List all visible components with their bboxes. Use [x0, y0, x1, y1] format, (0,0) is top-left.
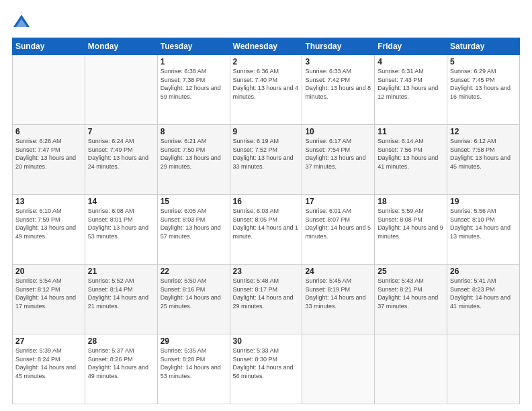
calendar-day-cell: 3Sunrise: 6:33 AM Sunset: 7:42 PM Daylig…	[302, 55, 375, 125]
calendar-week-row: 13Sunrise: 6:10 AM Sunset: 7:59 PM Dayli…	[13, 195, 520, 265]
weekday-header: Monday	[85, 38, 157, 55]
day-number: 27	[15, 336, 82, 346]
day-number: 26	[450, 267, 517, 276]
day-info: Sunrise: 5:43 AM Sunset: 8:21 PM Dayligh…	[378, 277, 444, 310]
day-info: Sunrise: 5:59 AM Sunset: 8:08 PM Dayligh…	[378, 207, 444, 240]
day-info: Sunrise: 6:12 AM Sunset: 7:58 PM Dayligh…	[450, 137, 517, 171]
calendar-day-cell: 1Sunrise: 6:38 AM Sunset: 7:38 PM Daylig…	[157, 55, 230, 125]
calendar-day-cell	[85, 55, 157, 125]
day-number: 16	[233, 197, 300, 206]
calendar-day-cell: 5Sunrise: 6:29 AM Sunset: 7:45 PM Daylig…	[447, 55, 520, 125]
calendar-day-cell	[302, 334, 375, 404]
day-info: Sunrise: 6:26 AM Sunset: 7:47 PM Dayligh…	[15, 137, 82, 171]
day-info: Sunrise: 5:56 AM Sunset: 8:10 PM Dayligh…	[450, 207, 517, 240]
day-number: 29	[161, 336, 227, 346]
calendar-day-cell: 12Sunrise: 6:12 AM Sunset: 7:58 PM Dayli…	[447, 125, 520, 195]
weekday-header: Friday	[375, 38, 447, 55]
day-info: Sunrise: 6:24 AM Sunset: 7:49 PM Dayligh…	[88, 137, 154, 171]
day-number: 28	[88, 336, 154, 346]
day-number: 20	[15, 267, 82, 276]
header	[12, 12, 520, 31]
calendar-day-cell: 30Sunrise: 5:33 AM Sunset: 8:30 PM Dayli…	[230, 334, 302, 404]
calendar-week-row: 20Sunrise: 5:54 AM Sunset: 8:12 PM Dayli…	[13, 265, 520, 334]
calendar-day-cell: 10Sunrise: 6:17 AM Sunset: 7:54 PM Dayli…	[302, 125, 375, 195]
day-number: 2	[233, 57, 300, 66]
day-number: 23	[233, 267, 300, 276]
page: SundayMondayTuesdayWednesdayThursdayFrid…	[0, 0, 532, 411]
calendar-day-cell: 27Sunrise: 5:39 AM Sunset: 8:24 PM Dayli…	[13, 334, 85, 404]
calendar-day-cell: 2Sunrise: 6:36 AM Sunset: 7:40 PM Daylig…	[230, 55, 302, 125]
calendar-day-cell: 4Sunrise: 6:31 AM Sunset: 7:43 PM Daylig…	[375, 55, 447, 125]
calendar-day-cell: 21Sunrise: 5:52 AM Sunset: 8:14 PM Dayli…	[85, 265, 157, 334]
day-number: 9	[233, 127, 300, 136]
day-info: Sunrise: 5:50 AM Sunset: 8:16 PM Dayligh…	[161, 277, 227, 310]
day-number: 18	[378, 197, 444, 206]
weekday-header: Wednesday	[230, 38, 302, 55]
day-info: Sunrise: 6:05 AM Sunset: 8:03 PM Dayligh…	[161, 207, 227, 240]
day-number: 25	[378, 267, 444, 276]
calendar-day-cell: 29Sunrise: 5:35 AM Sunset: 8:28 PM Dayli…	[157, 334, 230, 404]
day-info: Sunrise: 6:33 AM Sunset: 7:42 PM Dayligh…	[305, 67, 371, 101]
logo-icon	[12, 12, 31, 31]
day-info: Sunrise: 6:21 AM Sunset: 7:50 PM Dayligh…	[161, 137, 227, 171]
day-number: 8	[161, 127, 227, 136]
day-number: 14	[88, 197, 154, 206]
weekday-header: Sunday	[13, 38, 85, 55]
weekday-header: Saturday	[447, 38, 520, 55]
day-number: 10	[305, 127, 371, 136]
calendar-day-cell: 13Sunrise: 6:10 AM Sunset: 7:59 PM Dayli…	[13, 195, 85, 265]
calendar-day-cell: 16Sunrise: 6:03 AM Sunset: 8:05 PM Dayli…	[230, 195, 302, 265]
day-info: Sunrise: 6:01 AM Sunset: 8:07 PM Dayligh…	[305, 207, 371, 240]
day-info: Sunrise: 6:29 AM Sunset: 7:45 PM Dayligh…	[450, 67, 517, 101]
calendar-day-cell: 8Sunrise: 6:21 AM Sunset: 7:50 PM Daylig…	[157, 125, 230, 195]
calendar-day-cell: 22Sunrise: 5:50 AM Sunset: 8:16 PM Dayli…	[157, 265, 230, 334]
calendar-day-cell: 14Sunrise: 6:08 AM Sunset: 8:01 PM Dayli…	[85, 195, 157, 265]
calendar-day-cell: 17Sunrise: 6:01 AM Sunset: 8:07 PM Dayli…	[302, 195, 375, 265]
calendar-day-cell: 28Sunrise: 5:37 AM Sunset: 8:26 PM Dayli…	[85, 334, 157, 404]
calendar-day-cell: 26Sunrise: 5:41 AM Sunset: 8:23 PM Dayli…	[447, 265, 520, 334]
day-number: 30	[233, 336, 300, 346]
calendar-day-cell: 11Sunrise: 6:14 AM Sunset: 7:56 PM Dayli…	[375, 125, 447, 195]
calendar-day-cell	[375, 334, 447, 404]
day-info: Sunrise: 5:39 AM Sunset: 8:24 PM Dayligh…	[15, 347, 82, 380]
day-number: 13	[15, 197, 82, 206]
day-number: 17	[305, 197, 371, 206]
day-number: 4	[378, 57, 444, 66]
calendar-day-cell: 23Sunrise: 5:48 AM Sunset: 8:17 PM Dayli…	[230, 265, 302, 334]
calendar-header-row: SundayMondayTuesdayWednesdayThursdayFrid…	[13, 38, 520, 55]
day-number: 12	[450, 127, 517, 136]
day-info: Sunrise: 6:14 AM Sunset: 7:56 PM Dayligh…	[378, 137, 444, 171]
day-info: Sunrise: 6:38 AM Sunset: 7:38 PM Dayligh…	[161, 67, 227, 101]
calendar-day-cell	[13, 55, 85, 125]
calendar-day-cell: 18Sunrise: 5:59 AM Sunset: 8:08 PM Dayli…	[375, 195, 447, 265]
day-number: 15	[161, 197, 227, 206]
day-info: Sunrise: 6:31 AM Sunset: 7:43 PM Dayligh…	[378, 67, 444, 101]
calendar-table: SundayMondayTuesdayWednesdayThursdayFrid…	[12, 38, 520, 404]
day-info: Sunrise: 5:54 AM Sunset: 8:12 PM Dayligh…	[15, 277, 82, 310]
day-info: Sunrise: 6:10 AM Sunset: 7:59 PM Dayligh…	[15, 207, 82, 240]
day-info: Sunrise: 5:48 AM Sunset: 8:17 PM Dayligh…	[233, 277, 300, 310]
calendar-day-cell: 6Sunrise: 6:26 AM Sunset: 7:47 PM Daylig…	[13, 125, 85, 195]
weekday-header: Tuesday	[157, 38, 230, 55]
day-number: 21	[88, 267, 154, 276]
day-number: 22	[161, 267, 227, 276]
day-number: 19	[450, 197, 517, 206]
day-info: Sunrise: 5:52 AM Sunset: 8:14 PM Dayligh…	[88, 277, 154, 310]
logo	[12, 12, 34, 31]
calendar-day-cell: 25Sunrise: 5:43 AM Sunset: 8:21 PM Dayli…	[375, 265, 447, 334]
day-info: Sunrise: 6:03 AM Sunset: 8:05 PM Dayligh…	[233, 207, 300, 240]
calendar-week-row: 6Sunrise: 6:26 AM Sunset: 7:47 PM Daylig…	[13, 125, 520, 195]
day-info: Sunrise: 6:17 AM Sunset: 7:54 PM Dayligh…	[305, 137, 371, 171]
calendar-week-row: 27Sunrise: 5:39 AM Sunset: 8:24 PM Dayli…	[13, 334, 520, 404]
day-info: Sunrise: 6:08 AM Sunset: 8:01 PM Dayligh…	[88, 207, 154, 240]
day-number: 3	[305, 57, 371, 66]
day-number: 24	[305, 267, 371, 276]
day-info: Sunrise: 5:35 AM Sunset: 8:28 PM Dayligh…	[161, 347, 227, 380]
day-info: Sunrise: 6:19 AM Sunset: 7:52 PM Dayligh…	[233, 137, 300, 171]
day-info: Sunrise: 5:37 AM Sunset: 8:26 PM Dayligh…	[88, 347, 154, 380]
calendar-day-cell	[447, 334, 520, 404]
calendar-day-cell: 19Sunrise: 5:56 AM Sunset: 8:10 PM Dayli…	[447, 195, 520, 265]
calendar-day-cell: 7Sunrise: 6:24 AM Sunset: 7:49 PM Daylig…	[85, 125, 157, 195]
calendar-day-cell: 24Sunrise: 5:45 AM Sunset: 8:19 PM Dayli…	[302, 265, 375, 334]
day-info: Sunrise: 5:41 AM Sunset: 8:23 PM Dayligh…	[450, 277, 517, 310]
